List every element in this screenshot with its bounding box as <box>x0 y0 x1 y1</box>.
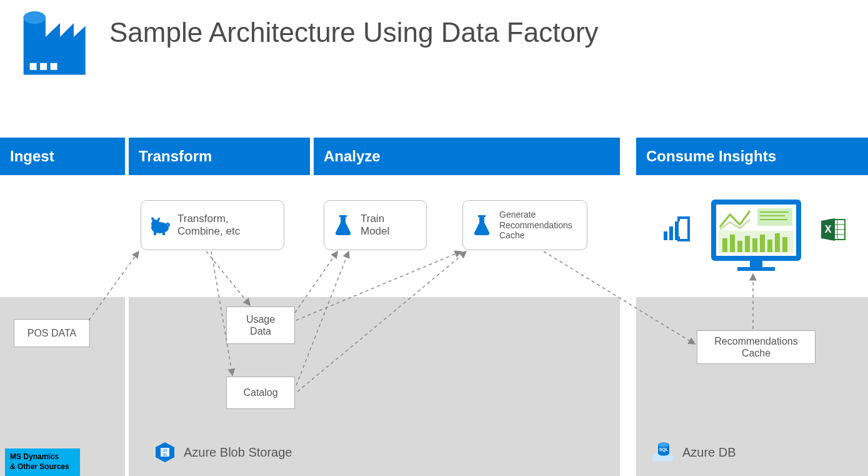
node-label: Usage Data <box>246 313 275 337</box>
svg-rect-31 <box>737 267 775 271</box>
sources-badge: MS Dynamics & Other Sources <box>5 448 80 476</box>
node-label: Generate Recommendations Cache <box>499 210 579 241</box>
node-transform-combine: Transform, Combine, etc <box>141 200 284 250</box>
svg-text:10: 10 <box>163 448 167 452</box>
panel-db: SQL Azure DB <box>636 297 868 476</box>
svg-rect-7 <box>30 63 37 70</box>
node-label: Recommendations Cache <box>714 335 797 359</box>
node-reco-cache: Recommendations Cache <box>697 330 816 364</box>
node-catalog: Catalog <box>226 377 295 409</box>
node-usage-data: Usage Data <box>226 306 295 344</box>
svg-rect-26 <box>669 226 673 240</box>
svg-point-16 <box>658 452 669 456</box>
svg-rect-39 <box>737 241 742 252</box>
svg-rect-32 <box>757 208 792 226</box>
svg-rect-22 <box>162 231 165 235</box>
svg-rect-9 <box>51 63 57 70</box>
stage-label: Consume Insights <box>646 148 776 165</box>
svg-rect-43 <box>767 240 772 252</box>
stage-consume: Consume Insights <box>636 138 868 175</box>
svg-point-2 <box>24 11 46 24</box>
svg-rect-37 <box>722 238 727 252</box>
stage-bar: Ingest Transform Analyze Consume Insight… <box>0 138 868 175</box>
svg-rect-42 <box>760 235 765 252</box>
panel-gap <box>624 297 636 476</box>
storage-row: MS Dynamics & Other Sources 10 01 Azure … <box>0 297 868 476</box>
flask-icon <box>332 214 354 236</box>
node-label: Catalog <box>243 387 277 398</box>
badge-text: MS Dynamics & Other Sources <box>10 452 69 471</box>
svg-rect-44 <box>775 233 780 252</box>
svg-rect-45 <box>782 237 787 252</box>
svg-rect-21 <box>154 231 156 235</box>
panel-blob: 10 01 Azure Blob Storage <box>129 297 620 476</box>
stage-label: Transform <box>139 148 212 165</box>
blob-storage-icon: 10 01 <box>154 441 176 463</box>
sql-db-icon: SQL <box>650 441 675 463</box>
svg-text:SQL: SQL <box>659 447 669 452</box>
factory-icon <box>19 9 87 78</box>
svg-marker-5 <box>60 23 74 37</box>
node-label: POS DATA <box>27 327 77 339</box>
svg-marker-6 <box>74 26 86 37</box>
svg-text:01: 01 <box>163 453 167 457</box>
stage-gap <box>624 138 636 175</box>
stage-analyze: Analyze <box>314 138 620 175</box>
panel-label-text: Azure Blob Storage <box>184 445 292 460</box>
hadoop-icon <box>149 214 171 236</box>
panel-label-text: Azure DB <box>682 445 736 460</box>
stage-ingest: Ingest <box>0 138 125 175</box>
page-title: Sample Architecture Using Data Factory <box>109 17 599 48</box>
page-header: Sample Architecture Using Data Factory <box>0 0 868 78</box>
svg-rect-41 <box>752 238 757 252</box>
stage-label: Ingest <box>10 148 54 165</box>
node-generate-reco: Generate Recommendations Cache <box>462 200 587 250</box>
flask-icon <box>471 214 493 236</box>
svg-rect-8 <box>40 63 47 70</box>
svg-rect-40 <box>745 236 750 252</box>
excel-icon: X <box>820 216 847 243</box>
node-label: Train Model <box>361 213 389 238</box>
stage-transform: Transform <box>129 138 310 175</box>
stage-label: Analyze <box>324 148 381 165</box>
svg-text:X: X <box>825 224 832 235</box>
svg-rect-25 <box>664 231 667 240</box>
svg-rect-38 <box>730 235 735 252</box>
svg-point-17 <box>658 443 669 447</box>
node-train-model: Train Model <box>324 200 427 250</box>
node-pos-data: POS DATA <box>14 319 90 347</box>
svg-rect-23 <box>339 215 347 217</box>
svg-marker-4 <box>46 23 60 37</box>
powerbi-icon <box>661 214 691 244</box>
dashboard-monitor-icon <box>706 197 806 272</box>
node-label: Transform, Combine, etc <box>177 213 240 238</box>
svg-rect-24 <box>478 215 486 217</box>
svg-rect-30 <box>750 261 762 267</box>
